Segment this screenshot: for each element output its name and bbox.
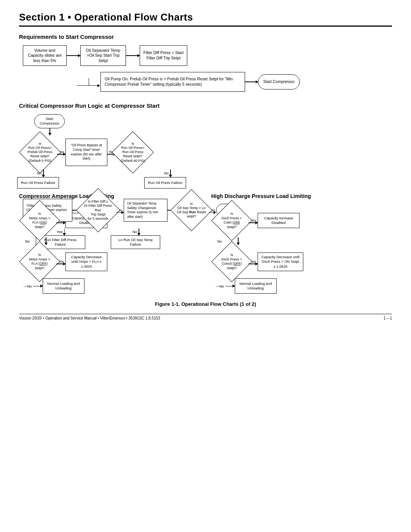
crit-lo-fail: Lo Run Oil Sep Temp Failure: [111, 235, 160, 249]
yes-label-3: Yes: [56, 230, 64, 234]
amp-box2: Capacity Decrease until Amps < FLA x 1.0…: [65, 252, 107, 271]
footer-right: 1 – 1: [384, 316, 392, 320]
req-box5-oval: Start Compressor: [258, 74, 300, 89]
crit-timer1: "Oil Press Bypass at Comp Start" timer e…: [65, 139, 107, 166]
crit-fail1: Run Oil Press Failure: [17, 177, 59, 189]
page-title: Section 1 • Operational Flow Charts: [19, 11, 392, 23]
footer-left: Vission 20/20 • Operation and Service Ma…: [19, 316, 160, 320]
amp-box3: Normal Loading and Unloading: [43, 278, 84, 294]
start-compressor-oval: Start Compressor: [34, 114, 65, 128]
no-label-4: No: [132, 230, 138, 234]
page-header: Section 1 • Operational Flow Charts: [19, 11, 392, 27]
critical-section-title: Critical Compressor Run Logic at Compres…: [19, 102, 392, 109]
page-footer: Vission 20/20 • Operation and Service Ma…: [19, 314, 392, 320]
req-box2: Oil Separator Temp >Oil Sep Start Trip S…: [80, 45, 126, 66]
req-box4: Oil Pump On: Prelub Oil Press is > Prelu…: [100, 72, 245, 92]
req-section: Requirements to Start Compressor Volume …: [19, 34, 392, 92]
crit-fail2: Run Oil Press Failure: [144, 177, 186, 189]
figure-caption: Figure 1-1. Operational Flow Charts (1 o…: [19, 301, 392, 307]
dsch-no2: —No: [215, 284, 225, 288]
no-label-2: No: [163, 171, 169, 175]
crit-safety-timer: Oil Separator Temp Safety Changeover Tim…: [124, 199, 167, 222]
req-section-title: Requirements to Start Compressor: [19, 34, 392, 40]
dsch-box2: Capacity Decrease until Dsch Press < ON …: [258, 252, 303, 271]
dsch-box3: Normal Loading and Unloading: [235, 278, 277, 294]
amp-no2: —No: [23, 284, 33, 288]
req-box3: Filter Diff Press < Start Filter Diff Tr…: [140, 45, 187, 66]
critical-section: Critical Compressor Run Logic at Compres…: [19, 102, 392, 249]
req-box1: Volume and Capacity slides are less than…: [23, 45, 67, 66]
